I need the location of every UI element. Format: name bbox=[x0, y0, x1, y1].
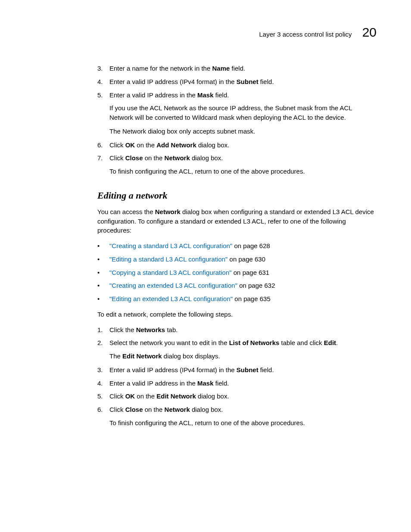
bold-text: Add Network bbox=[156, 141, 196, 149]
step-text: Enter a valid IP address in the Mask fie… bbox=[109, 90, 229, 100]
step-text: Click the Networks tab. bbox=[109, 325, 177, 335]
step-text: Click Close on the Network dialog box. bbox=[109, 153, 223, 163]
text: Enter a name for the network in the bbox=[109, 65, 212, 72]
bold-text: Mask bbox=[197, 380, 214, 387]
page: Layer 3 access control list policy 20 3.… bbox=[0, 0, 411, 458]
bold-text: Close bbox=[125, 406, 143, 413]
step-text: Enter a valid IP address (IPv4 format) i… bbox=[109, 77, 274, 87]
text: Enter a valid IP address in the bbox=[109, 91, 197, 99]
page-header: Layer 3 access control list policy 20 bbox=[34, 26, 377, 39]
text: on page 630 bbox=[227, 255, 265, 263]
bold-text: Edit bbox=[324, 339, 336, 346]
text: The bbox=[109, 352, 122, 360]
reference-text: "Copying a standard L3 ACL configuration… bbox=[109, 268, 269, 277]
step-3: 3. Enter a name for the network in the N… bbox=[97, 64, 377, 73]
intro-paragraph: You can access the Network dialog box wh… bbox=[97, 207, 377, 235]
step-7-note: To finish configuring the ACL, return to… bbox=[109, 167, 377, 176]
text: table and click bbox=[279, 339, 324, 346]
text: field. bbox=[258, 78, 274, 85]
bold-text: Subnet bbox=[237, 366, 258, 373]
text: dialog box. bbox=[190, 406, 223, 413]
step-4: 4. Enter a valid IP address (IPv4 format… bbox=[97, 77, 377, 87]
edit-step-5: 5. Click OK on the Edit Network dialog b… bbox=[97, 392, 377, 401]
reference-text: "Editing a standard L3 ACL configuration… bbox=[109, 255, 265, 264]
text: on the bbox=[143, 154, 165, 162]
step-number: 3. bbox=[97, 64, 103, 73]
bold-text: Network bbox=[155, 208, 181, 215]
top-step-list: 3. Enter a name for the network in the N… bbox=[97, 64, 377, 100]
bold-text: Subnet bbox=[237, 78, 258, 85]
reference-list: • "Creating a standard L3 ACL configurat… bbox=[97, 241, 377, 304]
text: Click bbox=[109, 141, 125, 149]
bullet-icon: • bbox=[97, 294, 103, 304]
reference-item: • "Editing a standard L3 ACL configurati… bbox=[97, 255, 377, 264]
section-heading-editing-network: Editing a network bbox=[97, 190, 377, 201]
step-5: 5. Enter a valid IP address in the Mask … bbox=[97, 90, 377, 100]
step-number: 7. bbox=[97, 153, 103, 163]
step-text: Click Close on the Network dialog box. bbox=[109, 405, 223, 414]
text: Click bbox=[109, 406, 125, 413]
chapter-number: 20 bbox=[362, 26, 377, 39]
bullet-icon: • bbox=[97, 268, 103, 277]
text: field. bbox=[214, 91, 229, 99]
step-text: Select the network you want to edit in t… bbox=[109, 338, 338, 348]
step-6: 6. Click OK on the Add Network dialog bo… bbox=[97, 140, 377, 150]
text: on the bbox=[143, 406, 165, 413]
text: . bbox=[336, 339, 338, 346]
bold-text: Edit Network bbox=[156, 392, 196, 400]
edit-intro: To edit a network, complete the followin… bbox=[97, 310, 377, 319]
text: on the bbox=[135, 392, 156, 400]
step-number: 5. bbox=[97, 90, 103, 100]
edit-step-3: 3. Enter a valid IP address (IPv4 format… bbox=[97, 365, 377, 375]
bold-text: OK bbox=[125, 392, 135, 400]
text: Enter a valid IP address in the bbox=[109, 380, 197, 387]
reference-link[interactable]: "Editing an extended L3 ACL configuratio… bbox=[109, 295, 233, 302]
bold-text: Edit Network bbox=[122, 352, 162, 360]
step-number: 6. bbox=[97, 405, 103, 414]
step-number: 4. bbox=[97, 77, 103, 87]
text: You can access the bbox=[97, 208, 155, 215]
bold-text: Close bbox=[125, 154, 143, 162]
reference-text: "Creating an extended L3 ACL configurati… bbox=[109, 281, 275, 290]
reference-link[interactable]: "Creating a standard L3 ACL configuratio… bbox=[109, 242, 232, 249]
text: Click the bbox=[109, 326, 136, 333]
reference-item: • "Editing an extended L3 ACL configurat… bbox=[97, 294, 377, 304]
edit-step-6-note: To finish configuring the ACL, return to… bbox=[109, 418, 377, 428]
reference-text: "Creating a standard L3 ACL configuratio… bbox=[109, 241, 270, 251]
reference-link[interactable]: "Editing a standard L3 ACL configuration… bbox=[109, 255, 227, 263]
bold-text: Name bbox=[212, 65, 230, 72]
text: on page 631 bbox=[232, 269, 270, 276]
step-text: Enter a valid IP address (IPv4 format) i… bbox=[109, 365, 274, 375]
step-text: Enter a valid IP address in the Mask fie… bbox=[109, 379, 229, 388]
step-number: 6. bbox=[97, 140, 103, 150]
text: field. bbox=[214, 380, 229, 387]
text: field. bbox=[258, 366, 274, 373]
bold-text: Network bbox=[165, 154, 190, 162]
edit-step-2-note: The Edit Network dialog box displays. bbox=[109, 352, 377, 361]
reference-link[interactable]: "Copying a standard L3 ACL configuration… bbox=[109, 269, 232, 276]
edit-step-1: 1. Click the Networks tab. bbox=[97, 325, 377, 335]
reference-item: • "Creating a standard L3 ACL configurat… bbox=[97, 241, 377, 251]
text: on page 632 bbox=[237, 282, 275, 289]
bold-text: OK bbox=[125, 141, 135, 149]
text: dialog box. bbox=[190, 154, 223, 162]
bullet-icon: • bbox=[97, 255, 103, 264]
bold-text: Mask bbox=[197, 91, 214, 99]
reference-item: • "Creating an extended L3 ACL configura… bbox=[97, 281, 377, 290]
header-title: Layer 3 access control list policy bbox=[259, 31, 352, 38]
text: Click bbox=[109, 392, 125, 400]
reference-link[interactable]: "Creating an extended L3 ACL configurati… bbox=[109, 282, 237, 289]
bold-text: Networks bbox=[136, 326, 165, 333]
top-step-list-cont: 6. Click OK on the Add Network dialog bo… bbox=[97, 140, 377, 163]
step-text: Click OK on the Edit Network dialog box. bbox=[109, 392, 229, 401]
step-number: 3. bbox=[97, 365, 103, 375]
text: dialog box. bbox=[196, 392, 229, 400]
step-text: Click OK on the Add Network dialog box. bbox=[109, 140, 229, 150]
text: Enter a valid IP address (IPv4 format) i… bbox=[109, 366, 237, 373]
step-number: 1. bbox=[97, 325, 103, 335]
text: dialog box. bbox=[196, 141, 230, 149]
step-number: 4. bbox=[97, 379, 103, 388]
step-text: Enter a name for the network in the Name… bbox=[109, 64, 245, 73]
step-number: 5. bbox=[97, 392, 103, 401]
text: tab. bbox=[165, 326, 177, 333]
